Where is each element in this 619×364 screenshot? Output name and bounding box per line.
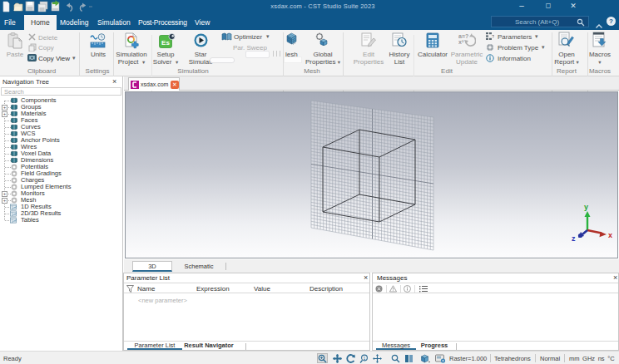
svg-text:1: 1 [364, 356, 366, 361]
svg-text:a=?: a=? [458, 33, 468, 39]
svg-text:z: z [572, 234, 576, 243]
svg-text:Es: Es [161, 39, 170, 47]
svg-text:?: ? [492, 34, 494, 39]
svg-text:x: x [608, 231, 612, 239]
svg-text:x²: x² [458, 39, 464, 45]
svg-text:y: y [584, 203, 588, 211]
